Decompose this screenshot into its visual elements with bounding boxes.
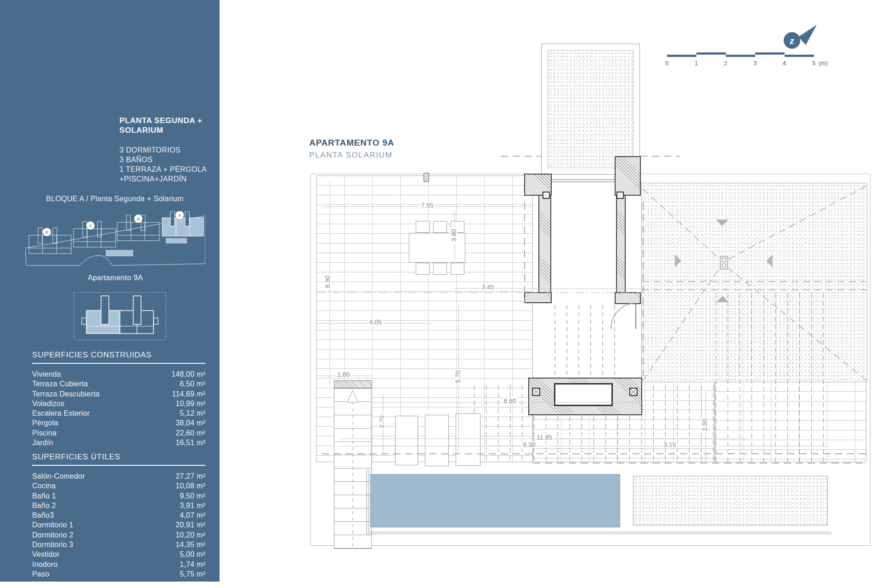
row-label: Inodoro bbox=[32, 560, 58, 570]
table-row: Dormitorio 314,35 m² bbox=[32, 541, 205, 550]
scale-segment bbox=[726, 55, 755, 57]
table-row: Baño 19,50 m² bbox=[32, 492, 205, 502]
chair bbox=[416, 263, 430, 275]
dimension-label: 3.45 bbox=[480, 283, 495, 291]
table-row: Cocina10,08 m² bbox=[32, 482, 205, 492]
column bbox=[616, 192, 624, 199]
dimension-label: 1.80 bbox=[336, 371, 351, 378]
svg-text:B: B bbox=[137, 217, 140, 221]
useful-table: Salón-Comedor27,27 m² Cocina10,08 m² Bañ… bbox=[32, 472, 205, 580]
table-row: Pérgola38,04 m² bbox=[32, 419, 205, 429]
row-label: Piscina bbox=[32, 429, 57, 439]
row-value: 148,00 m² bbox=[171, 370, 205, 380]
row-label: Terraza Descubierta bbox=[32, 390, 100, 400]
stair-tower bbox=[541, 44, 640, 175]
row-label: Pérgola bbox=[32, 419, 58, 429]
row-value: 5,75 m² bbox=[180, 570, 205, 580]
core-wall bbox=[538, 195, 551, 303]
scale-label: 1 bbox=[695, 60, 698, 67]
dimension-label: 2.50 bbox=[701, 417, 708, 432]
row-value: 20,91 m² bbox=[175, 521, 205, 531]
row-value: 5,00 m² bbox=[180, 550, 205, 560]
scale-bar: 0 1 2 3 4 5 (m) bbox=[667, 52, 823, 71]
feature-item: 3 BAÑOS bbox=[119, 155, 207, 164]
info-sidebar: PLANTA SEGUNDA + SOLARIUM 3 DORMITORIOS … bbox=[0, 0, 220, 582]
chair bbox=[433, 263, 447, 275]
swimming-pool bbox=[370, 474, 620, 527]
dimension-label: 6.90 bbox=[324, 274, 331, 289]
stairwell-opening bbox=[554, 383, 613, 406]
row-value: 6,50 m² bbox=[180, 380, 205, 390]
row-value: 38,04 m² bbox=[175, 419, 205, 429]
floor-title: PLANTA SEGUNDA + SOLARIUM bbox=[119, 116, 211, 135]
row-value: 4,07 m² bbox=[180, 511, 205, 521]
feature-list: 3 DORMITORIOS 3 BAÑOS 1 TERRAZA + PÉRGOL… bbox=[119, 145, 207, 184]
row-value: 3,91 m² bbox=[180, 502, 205, 511]
table-row: Vivienda148,00 m² bbox=[32, 370, 205, 380]
useful-heading: SUPERFICIES ÚTILES bbox=[32, 452, 205, 466]
dimension-label: 5.70 bbox=[454, 369, 462, 384]
wall-stub bbox=[424, 173, 429, 182]
row-label: Jardín bbox=[32, 439, 53, 448]
row-value: 10,99 m² bbox=[175, 400, 205, 409]
dimension-label: 4.05 bbox=[368, 318, 383, 326]
svg-text:A: A bbox=[178, 213, 181, 218]
core-wall bbox=[616, 195, 626, 303]
row-value: 9,50 m² bbox=[180, 492, 205, 502]
table-row: Terraza Descubierta114,69 m² bbox=[32, 390, 205, 400]
row-label: Baño 1 bbox=[32, 492, 56, 502]
scale-label: 2 bbox=[724, 60, 727, 67]
table-row: Voladizos10,99 m² bbox=[32, 400, 205, 409]
scale-label: 5 bbox=[812, 60, 815, 67]
table-row: Dormitorio 210,20 m² bbox=[32, 531, 205, 541]
dimension-label: 6.60 bbox=[502, 397, 517, 405]
scale-label: 3 bbox=[753, 60, 757, 67]
block-label: BLOQUE A / Planta Segunda + Solarium bbox=[18, 195, 211, 203]
dimension-label: 2.70 bbox=[378, 414, 385, 429]
apartment-label: Apartamento 9A bbox=[25, 274, 205, 282]
row-value: 22,60 m² bbox=[175, 429, 205, 439]
feature-item: 3 DORMITORIOS bbox=[119, 145, 207, 155]
row-label: Cocina bbox=[32, 482, 56, 492]
table-row: Baño34,07 m² bbox=[32, 511, 205, 521]
row-value: 10,20 m² bbox=[175, 531, 205, 541]
north-compass-icon: z bbox=[781, 23, 820, 52]
svg-text:z: z bbox=[789, 34, 794, 46]
scale-segment bbox=[667, 55, 696, 57]
dimension-label: 3.80 bbox=[450, 227, 458, 243]
row-value: 14,35 m² bbox=[175, 541, 205, 550]
table-row: Salón-Comedor27,27 m² bbox=[32, 472, 205, 482]
column bbox=[629, 388, 638, 396]
dimension-label: 11.85 bbox=[535, 434, 554, 441]
chair bbox=[433, 221, 447, 233]
column bbox=[543, 192, 550, 199]
scale-segment bbox=[755, 52, 785, 55]
scale-unit: (m) bbox=[819, 60, 828, 67]
chair bbox=[451, 263, 464, 275]
stair-tower-roof bbox=[548, 50, 633, 168]
core-wall bbox=[615, 156, 641, 196]
plan-subtitle: PLANTA SOLARIUM bbox=[309, 151, 392, 160]
scale-label: 4 bbox=[783, 60, 786, 67]
row-label: Voladizos bbox=[32, 400, 64, 409]
table-row: Jardín16,51 m² bbox=[32, 439, 205, 448]
sun-lounger bbox=[425, 415, 449, 466]
table-row: Escalera Exterior5,12 m² bbox=[32, 409, 205, 419]
svg-text:C: C bbox=[89, 224, 92, 228]
table-row: Piscina22,60 m² bbox=[32, 429, 205, 439]
stair-landing bbox=[334, 380, 372, 388]
scale-segment bbox=[696, 52, 726, 55]
exterior-staircase bbox=[334, 388, 372, 549]
row-value: 1,74 m² bbox=[180, 560, 205, 570]
feature-item: +PISCINA+JARDÍN bbox=[119, 174, 207, 184]
dimension-label: 6.30 bbox=[521, 441, 537, 448]
table-row: Inodoro1,74 m² bbox=[32, 560, 205, 570]
feature-item: 1 TERRAZA + PÉRGOLA bbox=[119, 164, 207, 174]
dimension-label: 7.55 bbox=[419, 202, 435, 209]
row-value: 10,08 m² bbox=[175, 482, 205, 492]
row-label: Vivienda bbox=[32, 370, 61, 380]
scale-label: 0 bbox=[665, 60, 668, 67]
garden-area bbox=[633, 476, 828, 526]
row-value: 27,27 m² bbox=[175, 472, 205, 482]
row-label: Terraza Cubierta bbox=[32, 380, 88, 390]
